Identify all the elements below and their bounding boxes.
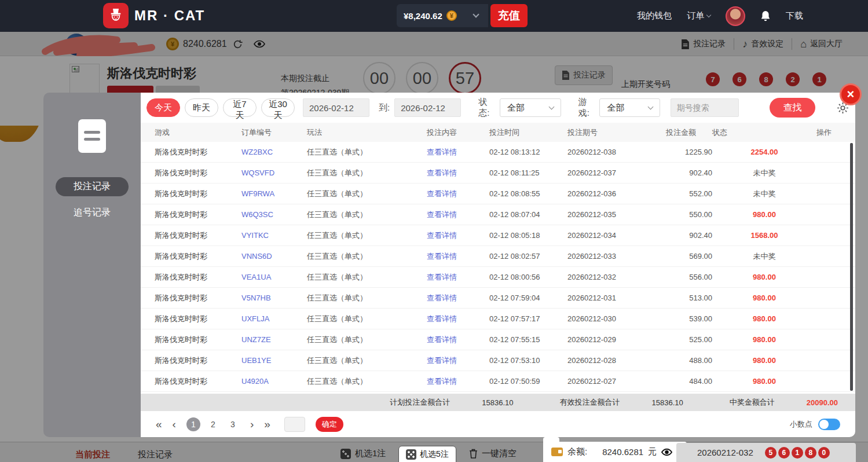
cell-order-link[interactable]: V5N7HB <box>241 294 307 302</box>
table-row: 斯洛伐克时时彩 U4920A 任三直选（单式） 查看详情 02-12 07:50… <box>141 371 855 392</box>
cell-view-details-link[interactable]: 查看详情 <box>427 147 489 157</box>
cell-amount: 539.00 <box>666 314 712 323</box>
random-pick-5-popup[interactable]: 机选5注 按ESC离开 <box>398 446 456 462</box>
cell-status: 980.00 <box>712 377 816 386</box>
cell-play: 任三直选（单式） <box>307 168 427 178</box>
balance-label: 余额: <box>567 446 587 457</box>
to-label: 到: <box>379 102 390 113</box>
cell-order-link[interactable]: UXFLJA <box>241 314 307 323</box>
avatar[interactable] <box>726 6 745 26</box>
quick-date-filters: 今天昨天近7天近30天 <box>147 98 295 117</box>
cell-time: 02-12 08:11:25 <box>489 168 567 177</box>
cell-status: 未中奖 <box>712 251 816 262</box>
table-row: 斯洛伐克时时彩 UNZ7ZE 任三直选（单式） 查看详情 02-12 07:55… <box>141 329 855 350</box>
table-header-cell: 投注金额 <box>666 127 712 138</box>
cell-order-link[interactable]: UEB1YE <box>241 356 307 365</box>
search-button[interactable]: 查找 <box>770 98 815 118</box>
sidebar-item[interactable]: 投注记录 <box>56 177 129 196</box>
navbar-balance[interactable]: ¥8,240.62 ¥ <box>397 4 464 27</box>
period-search-input[interactable] <box>671 98 739 117</box>
cat-hat-icon <box>107 7 124 24</box>
quick-date-pill[interactable]: 昨天 <box>185 98 218 117</box>
status-select[interactable]: 全部 <box>500 98 561 117</box>
cell-view-details-link[interactable]: 查看详情 <box>427 376 489 387</box>
cell-game: 斯洛伐克时时彩 <box>155 147 241 157</box>
cell-game: 斯洛伐克时时彩 <box>155 189 241 199</box>
page-jump-confirm-button[interactable]: 确定 <box>316 417 343 432</box>
first-page-button[interactable]: « <box>156 418 162 431</box>
table-scrollbar[interactable] <box>850 143 853 391</box>
orders-menu[interactable]: 订单 <box>687 10 710 21</box>
cell-view-details-link[interactable]: 查看详情 <box>427 189 489 199</box>
cell-view-details-link[interactable]: 查看详情 <box>427 335 489 345</box>
date-from-input[interactable] <box>303 98 369 117</box>
coin-icon: ¥ <box>446 10 457 21</box>
cell-amount: 569.00 <box>666 252 712 261</box>
cell-amount: 488.00 <box>666 356 712 365</box>
mrcat-logo-icon[interactable] <box>103 3 129 28</box>
last-page-button[interactable]: » <box>264 418 270 431</box>
table-header-cell: 状态 <box>712 127 816 138</box>
cell-order-link[interactable]: W6Q3SC <box>241 210 307 219</box>
status-select-value: 全部 <box>507 102 525 113</box>
page-jump-input[interactable] <box>284 417 305 432</box>
page-number[interactable]: 3 <box>226 417 240 431</box>
eye-icon[interactable] <box>661 448 672 456</box>
cell-amount: 525.00 <box>666 335 712 344</box>
cell-status: 980.00 <box>712 356 816 365</box>
cell-view-details-link[interactable]: 查看详情 <box>427 251 489 262</box>
table-row: 斯洛伐克时时彩 VEA1UA 任三直选（单式） 查看详情 02-12 08:00… <box>141 267 855 288</box>
close-modal-button[interactable]: × <box>840 83 862 105</box>
random-pick-5-button[interactable]: 机选5注 <box>399 449 456 460</box>
cell-view-details-link[interactable]: 查看详情 <box>427 293 489 303</box>
filter-bar: 今天昨天近7天近30天 到: 状态: 全部 游戏: 全部 查找 <box>141 93 855 123</box>
cell-view-details-link[interactable]: 查看详情 <box>427 314 489 324</box>
next-page-button[interactable]: › <box>250 418 254 431</box>
chevron-down-icon <box>647 104 653 110</box>
date-to-input[interactable] <box>394 98 461 117</box>
cell-view-details-link[interactable]: 查看详情 <box>427 272 489 283</box>
cell-period: 20260212-031 <box>567 294 666 302</box>
cell-order-link[interactable]: VEA1UA <box>241 273 307 281</box>
top-navbar: MR · CAT ¥8,240.62 ¥ 充值 我的钱包 订单 下载 <box>0 0 868 32</box>
bell-icon[interactable] <box>760 10 771 22</box>
cell-amount: 513.00 <box>666 294 712 302</box>
table-body: 斯洛伐克时时彩 WZ2BXC 任三直选（单式） 查看详情 02-12 08:13… <box>141 142 855 392</box>
download-link[interactable]: 下载 <box>786 10 803 21</box>
decimal-toggle[interactable] <box>818 419 840 430</box>
recharge-button[interactable]: 充值 <box>490 4 528 27</box>
valid-total-label: 有效投注金额合计 <box>560 397 620 408</box>
cell-game: 斯洛伐克时时彩 <box>155 376 241 387</box>
cell-period: 20260212-035 <box>567 210 666 219</box>
table-header-cell: 投注内容 <box>427 127 489 138</box>
game-select[interactable]: 全部 <box>599 98 660 117</box>
cell-order-link[interactable]: UNZ7ZE <box>241 335 307 344</box>
cell-status: 未中奖 <box>712 168 816 178</box>
prev-page-button[interactable]: ‹ <box>173 418 176 431</box>
cell-view-details-link[interactable]: 查看详情 <box>427 210 489 220</box>
current-period: 20260212-032 <box>697 448 753 457</box>
cell-view-details-link[interactable]: 查看详情 <box>427 355 489 366</box>
cell-order-link[interactable]: WF9RWA <box>241 189 307 198</box>
page-number[interactable]: 2 <box>206 417 220 431</box>
cell-view-details-link[interactable]: 查看详情 <box>427 230 489 241</box>
valid-total-value: 15836.10 <box>652 398 683 407</box>
cell-status: 980.00 <box>712 294 816 302</box>
cell-order-link[interactable]: WZ2BXC <box>241 148 307 156</box>
page-number[interactable]: 1 <box>186 417 200 431</box>
cell-period: 20260212-036 <box>567 189 666 198</box>
quick-date-pill[interactable]: 近30天 <box>261 98 295 117</box>
cell-period: 20260212-032 <box>567 273 666 281</box>
bet-records-modal: 今天昨天近7天近30天 到: 状态: 全部 游戏: 全部 查找 <box>141 93 855 437</box>
balance-dropdown-toggle[interactable] <box>464 4 488 27</box>
cell-order-link[interactable]: U4920A <box>241 377 307 386</box>
quick-date-pill[interactable]: 近7天 <box>223 98 257 117</box>
cell-view-details-link[interactable]: 查看详情 <box>427 168 489 178</box>
cell-play: 任三直选（单式） <box>307 293 427 303</box>
cell-order-link[interactable]: VNNS6D <box>241 252 307 261</box>
cell-order-link[interactable]: WQSVFD <box>241 168 307 177</box>
cell-order-link[interactable]: VYITKC <box>241 231 307 240</box>
sidebar-item[interactable]: 追号记录 <box>56 203 129 222</box>
my-wallet-link[interactable]: 我的钱包 <box>637 10 672 21</box>
quick-date-pill[interactable]: 今天 <box>147 98 180 117</box>
